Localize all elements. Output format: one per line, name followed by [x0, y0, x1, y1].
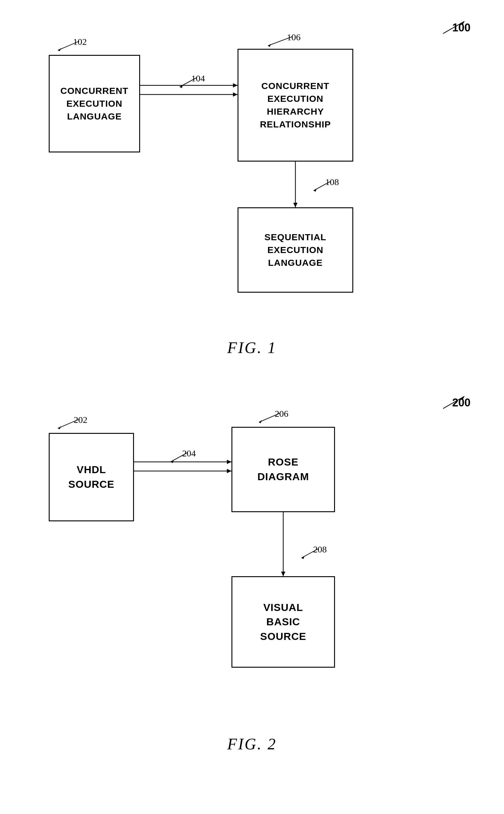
fig1-box-106: CONCURRENT EXECUTION HIERARCHY RELATIONS… [238, 49, 353, 161]
svg-marker-3 [58, 48, 61, 51]
fig2-box-206: ROSE DIAGRAM [231, 427, 335, 512]
page: 100 CONCURRENT EXECUTION LANGUAGE 102 CO… [0, 0, 504, 814]
fig2-diagram: 200 VHDL SOURCE 202 ROSE DIAGRAM 206 [24, 393, 480, 759]
svg-marker-21 [259, 420, 262, 423]
fig1-diagram: 100 CONCURRENT EXECUTION LANGUAGE 102 CO… [24, 18, 480, 369]
fig1-label: FIG. 1 [227, 339, 277, 357]
svg-marker-19 [58, 426, 61, 429]
fig2-box-208: VISUAL BASIC SOURCE [231, 576, 335, 668]
fig1-box-102: CONCURRENT EXECUTION LANGUAGE [49, 55, 140, 152]
svg-marker-27 [281, 571, 285, 576]
fig2-box-202: VHDL SOURCE [49, 433, 134, 521]
svg-marker-9 [233, 92, 238, 97]
fig2-label: FIG. 2 [227, 735, 277, 753]
svg-marker-11 [293, 203, 298, 207]
svg-marker-25 [227, 469, 231, 473]
svg-marker-7 [233, 83, 238, 87]
svg-marker-23 [227, 460, 231, 464]
fig1-box-108: SEQUENTIAL EXECUTION LANGUAGE [238, 207, 353, 293]
